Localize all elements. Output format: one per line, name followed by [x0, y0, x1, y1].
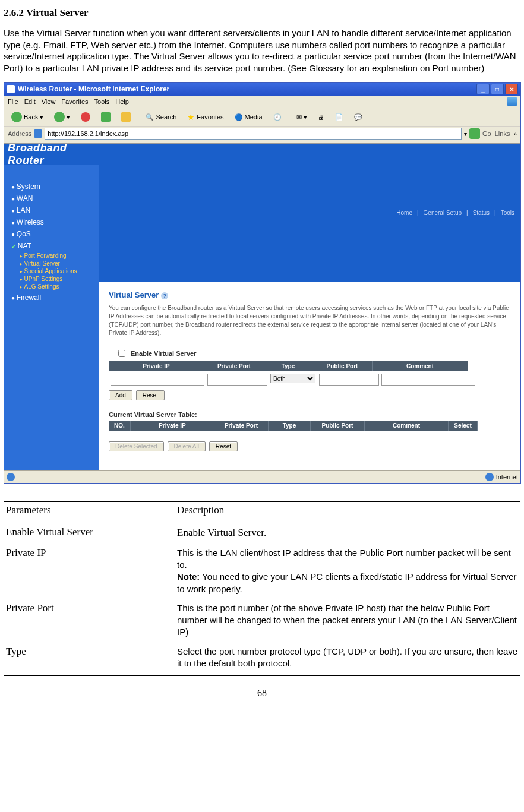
subitem-alg-settings[interactable]: ALG Settings	[20, 283, 99, 290]
parameters-table: Parameters Description Enable Virtual Se…	[4, 501, 520, 676]
hdr2-public-port: Public Port	[311, 421, 365, 431]
enable-virtual-server-label: Enable Virtual Server	[131, 350, 196, 357]
sidebar-item-system[interactable]: System	[11, 182, 99, 191]
delete-all-button[interactable]: Delete All	[168, 441, 206, 451]
hdr2-private-port: Private Port	[214, 421, 269, 431]
subitem-upnp-settings[interactable]: UPnP Settings	[20, 276, 99, 282]
param-type: Type	[4, 642, 175, 676]
stop-button[interactable]	[77, 111, 94, 123]
enable-virtual-server-checkbox[interactable]	[118, 350, 125, 357]
brand-title: Broadband Router	[4, 144, 99, 165]
discuss-button[interactable]: 💬	[351, 112, 366, 122]
titlebar: Wireless Router - Microsoft Internet Exp…	[4, 83, 520, 96]
sidebar-item-qos[interactable]: QoS	[11, 230, 99, 238]
menu-edit[interactable]: Edit	[24, 98, 36, 105]
menu-help[interactable]: Help	[115, 98, 129, 105]
hdr2-comment: Comment	[365, 421, 449, 431]
maximize-button[interactable]: □	[491, 84, 504, 94]
sidebar-item-nat[interactable]: NAT Port Forwarding Virtual Server Speci…	[11, 242, 99, 290]
sidebar: Broadband Router System WAN LAN Wireless…	[4, 144, 99, 470]
hdr2-select: Select	[449, 421, 478, 431]
menubar: File Edit View Favorites Tools Help	[4, 96, 520, 108]
hdr2-no: NO.	[109, 421, 131, 431]
subitem-special-applications[interactable]: Special Applications	[20, 268, 99, 274]
param-private-port: Private Port	[4, 599, 175, 642]
minimize-button[interactable]: _	[476, 84, 490, 94]
type-select[interactable]: Both	[270, 374, 315, 383]
status-text: Internet	[496, 473, 518, 481]
reset-button[interactable]: Reset	[136, 390, 165, 400]
hdr-private-ip: Private IP	[109, 361, 204, 371]
sidebar-item-lan[interactable]: LAN	[11, 206, 99, 214]
go-button[interactable]	[469, 128, 480, 139]
top-links: Home | General Setup | Status | Tools	[99, 144, 520, 282]
params-header-parameters: Parameters	[4, 502, 175, 519]
sidebar-item-wan[interactable]: WAN	[11, 194, 99, 203]
sidebar-item-wireless[interactable]: Wireless	[11, 218, 99, 226]
hdr-private-port: Private Port	[204, 361, 264, 371]
add-button[interactable]: Add	[109, 390, 132, 400]
delete-selected-button[interactable]: Delete Selected	[109, 441, 164, 451]
mail-button[interactable]: ✉ ▾	[293, 112, 311, 122]
menu-file[interactable]: File	[8, 98, 18, 105]
private-ip-input[interactable]	[111, 374, 204, 386]
hdr-public-port: Public Port	[312, 361, 373, 371]
toplink-tools[interactable]: Tools	[501, 210, 514, 216]
toplink-home[interactable]: Home	[396, 210, 412, 216]
params-header-description: Description	[175, 502, 520, 519]
comment-input[interactable]	[381, 374, 475, 386]
param-enable-vs: Enable Virtual Server	[4, 523, 175, 544]
status-bar: Internet	[4, 470, 520, 483]
refresh-button[interactable]	[97, 111, 114, 123]
back-button[interactable]: Back ▾	[8, 110, 47, 124]
internet-zone-icon	[485, 473, 494, 481]
page-number: 68	[4, 688, 520, 699]
page-icon	[34, 129, 42, 138]
desc-type: Select the port number protocol type (TC…	[175, 642, 520, 676]
param-private-ip: Private IP	[4, 544, 175, 599]
intro-paragraph: Use the Virtual Server function when you…	[4, 27, 520, 74]
menu-view[interactable]: View	[42, 98, 56, 105]
favorites-button[interactable]: ★Favorites	[184, 111, 227, 123]
ie-small-icon	[7, 473, 15, 481]
current-table-title: Current Virtual Server Table:	[109, 411, 511, 418]
history-button[interactable]: 🕘	[270, 112, 285, 122]
page-heading: Virtual Server?	[109, 290, 511, 299]
toplink-general-setup[interactable]: General Setup	[424, 210, 462, 216]
hdr2-type: Type	[269, 421, 311, 431]
address-input[interactable]	[45, 128, 462, 140]
public-port-input[interactable]	[319, 374, 379, 386]
home-button[interactable]	[118, 111, 134, 123]
window-title: Wireless Router - Microsoft Internet Exp…	[18, 85, 169, 93]
page-description: You can configure the Broadband router a…	[109, 304, 511, 337]
toplink-status[interactable]: Status	[473, 210, 490, 216]
sidebar-item-firewall[interactable]: Firewall	[11, 293, 99, 302]
windows-flag-icon	[507, 97, 517, 106]
go-label: Go	[482, 130, 491, 137]
main-content: Virtual Server? You can configure the Br…	[99, 282, 520, 470]
subitem-virtual-server[interactable]: Virtual Server	[20, 260, 99, 267]
menu-favorites[interactable]: Favorites	[61, 98, 88, 105]
toolbar: Back ▾ ▾ 🔍 Search ★Favorites 🔵 Media 🕘 ✉…	[4, 108, 520, 127]
help-icon[interactable]: ?	[161, 292, 168, 299]
forward-button[interactable]: ▾	[50, 110, 74, 124]
hdr2-private-ip: Private IP	[131, 421, 214, 431]
desc-private-ip: This is the LAN client/host IP address t…	[175, 544, 520, 599]
subitem-port-forwarding[interactable]: Port Forwarding	[20, 252, 99, 259]
edit-button[interactable]: 📄	[332, 112, 347, 122]
print-button[interactable]: 🖨	[314, 112, 328, 122]
media-button[interactable]: 🔵 Media	[231, 112, 266, 122]
hdr-comment: Comment	[373, 361, 468, 371]
menu-tools[interactable]: Tools	[94, 98, 110, 105]
desc-enable-vs: Enable Virtual Server.	[175, 523, 520, 544]
reset2-button[interactable]: Reset	[209, 441, 238, 451]
desc-private-port: This is the port number (of the above Pr…	[175, 599, 520, 642]
address-label: Address	[8, 130, 31, 137]
private-port-input[interactable]	[207, 374, 267, 386]
links-label[interactable]: Links	[494, 130, 512, 137]
search-button[interactable]: 🔍 Search	[142, 112, 180, 122]
close-button[interactable]: ✕	[505, 84, 518, 94]
section-title: 2.6.2 Virtual Server	[4, 7, 520, 19]
hdr-type: Type	[264, 361, 312, 371]
browser-window: Wireless Router - Microsoft Internet Exp…	[4, 82, 521, 484]
